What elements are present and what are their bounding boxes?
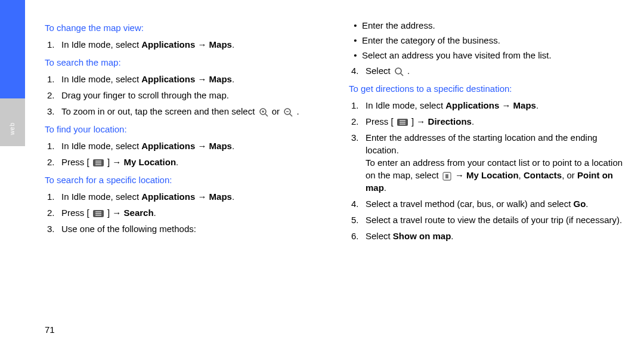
list-item: 1. In Idle mode, select Applications → M… — [45, 189, 322, 205]
heading-get-directions: To get directions to a specific destinat… — [349, 82, 626, 95]
list-item: 2. Press [ ] → Directions. — [349, 113, 626, 129]
list-item: 1. In Idle mode, select Applications → M… — [45, 138, 322, 154]
menu-key-icon — [93, 159, 104, 166]
step-text: Drag your finger to scroll through the m… — [61, 89, 322, 101]
list-item: Enter the category of the business. — [349, 33, 626, 48]
list-item: 4. Select . — [349, 63, 626, 79]
page-number: 71 — [45, 323, 55, 336]
heading-find-location: To find your location: — [45, 123, 322, 135]
svg-point-15 — [395, 68, 401, 74]
margin-blue — [0, 0, 25, 98]
step-text: In Idle mode, select Applications → Maps… — [61, 38, 322, 51]
list-item: 3. To zoom in or out, tap the screen and… — [45, 103, 322, 119]
step-text: To zoom in or out, tap the screen and th… — [61, 105, 322, 118]
zoom-in-icon — [259, 107, 268, 117]
list-item: 4. Select a travel method (car, bus, or … — [349, 196, 626, 212]
heading-search-specific: To search for a specific location: — [45, 174, 322, 186]
list-item: 3. Enter the addresses of the starting l… — [349, 129, 626, 196]
step-number: 2. — [45, 206, 61, 219]
list: 1. In Idle mode, select Applications → M… — [45, 138, 322, 170]
step-number: 5. — [349, 214, 366, 226]
list-item: Enter the address. — [349, 18, 626, 33]
list: 1. In Idle mode, select Applications → M… — [45, 71, 322, 119]
list: 1. In Idle mode, select Applications → M… — [349, 97, 626, 244]
list-item: 2. Press [ ] → My Location. — [45, 154, 322, 170]
step-text: Press [ ] → My Location. — [61, 156, 322, 168]
step-number: 4. — [349, 64, 366, 77]
step-number: 1. — [45, 140, 61, 152]
heading-change-map-view: To change the map view: — [45, 21, 322, 34]
list-item: 2. Press [ ] → Search. — [45, 205, 322, 221]
step-text: In Idle mode, select Applications → Maps… — [61, 73, 322, 85]
step-text: In Idle mode, select Applications → Maps… — [61, 140, 322, 152]
list-item: 2. Drag your finger to scroll through th… — [45, 87, 322, 103]
list-item: 1. In Idle mode, select Applications → M… — [349, 97, 626, 113]
menu-key-icon — [397, 119, 408, 126]
step-text: Select . — [366, 64, 626, 77]
step-number: 3. — [45, 223, 61, 235]
list-item: Select an address you have visited from … — [349, 48, 626, 63]
heading-search-map: To search the map: — [45, 56, 322, 69]
step-text: In Idle mode, select Applications → Maps… — [366, 99, 626, 112]
step-number: 3. — [45, 105, 61, 118]
step-number: 1. — [45, 38, 61, 51]
zoom-out-icon — [283, 107, 293, 117]
address-source-icon — [442, 172, 451, 181]
step-text: Select a travel method (car, bus, or wal… — [366, 197, 626, 210]
step-number: 2. — [349, 115, 366, 128]
step-text: Select Show on map. — [366, 230, 626, 242]
step-text: Use one of the following methods: — [61, 223, 322, 235]
step-text: Select a travel route to view the detail… — [366, 214, 626, 226]
step-number: 1. — [45, 190, 61, 203]
list-item: 3. Use one of the following methods: — [45, 221, 322, 237]
svg-line-16 — [401, 73, 403, 76]
step-number: 2. — [45, 89, 61, 101]
search-icon — [394, 67, 404, 76]
step-number: 1. — [45, 73, 61, 85]
list: 4. Select . — [349, 63, 626, 79]
list-item: 1. In Idle mode, select Applications → M… — [45, 71, 322, 87]
page-content: To change the map view: 1. In Idle mode,… — [45, 18, 626, 331]
list-item: 5. Select a travel route to view the det… — [349, 212, 626, 228]
step-text: Press [ ] → Directions. — [366, 115, 626, 128]
step-number: 6. — [349, 230, 366, 242]
step-text: Enter the addresses of the starting loca… — [366, 131, 626, 194]
step-number: 2. — [45, 156, 61, 168]
step-text: Press [ ] → Search. — [61, 206, 322, 219]
svg-line-5 — [290, 114, 292, 116]
list: 1. In Idle mode, select Applications → M… — [45, 36, 322, 52]
step-number: 3. — [349, 131, 366, 194]
list-item: 6. Select Show on map. — [349, 228, 626, 244]
svg-rect-22 — [445, 174, 448, 178]
menu-key-icon — [93, 210, 104, 217]
list: 1. In Idle mode, select Applications → M… — [45, 189, 322, 237]
step-number: 1. — [349, 99, 366, 112]
svg-line-1 — [265, 114, 268, 116]
step-text: In Idle mode, select Applications → Maps… — [61, 190, 322, 203]
list-item: 1. In Idle mode, select Applications → M… — [45, 36, 322, 52]
bullet-list: Enter the address. Enter the category of… — [349, 18, 626, 63]
side-tab-label: web — [8, 122, 17, 135]
step-number: 4. — [349, 197, 366, 210]
